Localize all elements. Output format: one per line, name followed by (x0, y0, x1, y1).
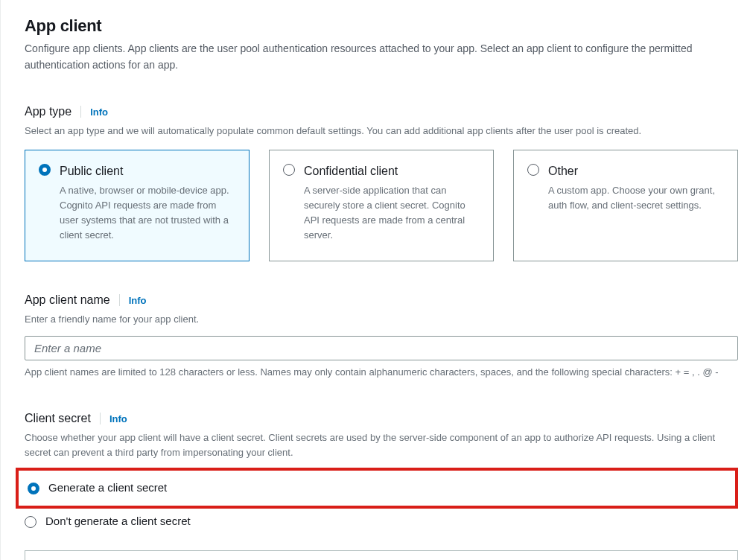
app-client-name-label: App client name (25, 291, 110, 309)
divider (80, 106, 81, 118)
page-header: App client Configure app clients. App cl… (25, 0, 738, 73)
app-client-name-hint: App client names are limited to 128 char… (25, 365, 738, 380)
client-secret-description: Choose whether your app client will have… (25, 430, 738, 460)
radio-icon (28, 483, 39, 494)
app-client-name-info-link[interactable]: Info (129, 293, 147, 308)
radio-label: Generate a client secret (48, 480, 167, 497)
client-secret-info-link[interactable]: Info (109, 412, 127, 427)
app-type-info-link[interactable]: Info (90, 105, 108, 120)
app-type-label: App type (25, 103, 71, 121)
app-type-option-confidential-client[interactable]: Confidential client A server-side applic… (269, 150, 494, 261)
radio-icon (527, 164, 539, 176)
tile-description: A custom app. Choose your own grant, aut… (548, 183, 724, 213)
client-secret-label: Client secret (25, 410, 91, 427)
divider (119, 294, 120, 306)
tile-description: A native, browser or mobile-device app. … (60, 183, 235, 244)
radio-label: Don't generate a client secret (45, 513, 191, 530)
app-type-option-public-client[interactable]: Public client A native, browser or mobil… (25, 150, 250, 261)
app-client-name-input[interactable] (25, 336, 738, 360)
radio-icon (25, 516, 36, 528)
app-type-description: Select an app type and we will automatic… (25, 124, 738, 139)
radio-icon (283, 164, 295, 176)
tile-title: Confidential client (304, 162, 480, 180)
client-secret-warning-alert: You cannot change or remove a client sec… (25, 550, 738, 560)
app-type-option-other[interactable]: Other A custom app. Choose your own gran… (513, 150, 738, 261)
section-client-secret: Client secret Info Choose whether your a… (25, 410, 738, 560)
client-secret-option-dont-generate[interactable]: Don't generate a client secret (25, 509, 738, 535)
tile-title: Public client (60, 162, 235, 180)
app-client-name-description: Enter a friendly name for your app clien… (25, 312, 738, 327)
section-app-client-name: App client name Info Enter a friendly na… (25, 291, 738, 380)
divider (100, 413, 101, 424)
page-title: App client (25, 0, 738, 38)
app-type-tiles: Public client A native, browser or mobil… (25, 150, 738, 261)
tile-title: Other (548, 162, 724, 180)
page-description: Configure app clients. App clients are t… (25, 41, 738, 73)
section-app-type: App type Info Select an app type and we … (25, 103, 738, 261)
radio-icon (39, 164, 51, 176)
highlight-annotation: Generate a client secret (16, 468, 738, 509)
tile-description: A server-side application that can secur… (304, 183, 480, 244)
client-secret-option-generate[interactable]: Generate a client secret (28, 475, 732, 501)
